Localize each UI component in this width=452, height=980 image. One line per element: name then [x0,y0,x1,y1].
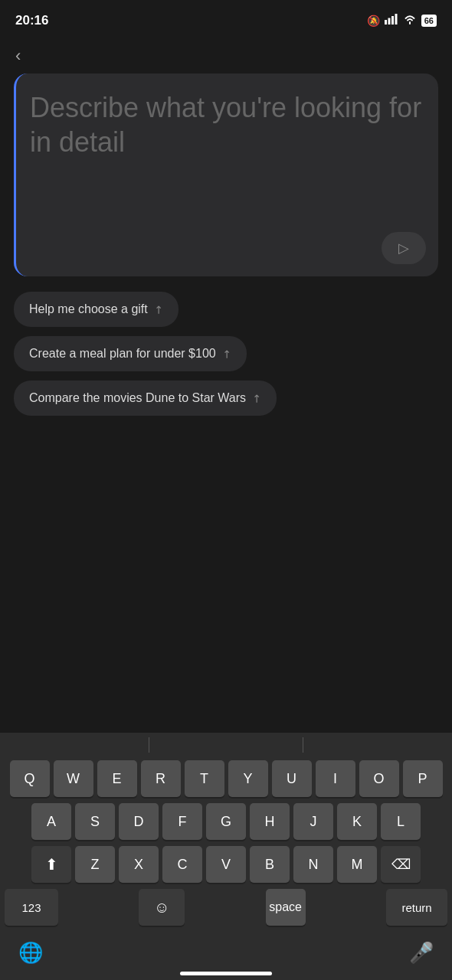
key-W[interactable]: W [54,760,93,797]
key-K[interactable]: K [337,803,377,840]
notification-icon: 🔕 [367,15,380,27]
key-Y[interactable]: Y [228,760,268,797]
send-arrow-icon: ▷ [398,240,409,256]
key-O[interactable]: O [359,760,399,797]
key-return[interactable]: return [386,889,447,926]
input-card[interactable]: Describe what you're looking for in deta… [14,74,438,276]
key-123[interactable]: 123 [5,889,58,926]
send-button[interactable]: ▷ [382,232,426,264]
key-V[interactable]: V [206,846,246,883]
key-U[interactable]: U [272,760,312,797]
status-time: 20:16 [15,13,48,28]
key-H[interactable]: H [250,803,290,840]
signal-icon [385,14,398,28]
key-A[interactable]: A [31,803,71,840]
status-bar: 20:16 🔕 66 [0,0,452,38]
key-F[interactable]: F [162,803,202,840]
svg-rect-0 [385,20,387,24]
key-L[interactable]: L [381,803,421,840]
key-space[interactable]: space [266,889,306,926]
key-Z[interactable]: Z [75,846,115,883]
keyboard-row-3: ⬆ Z X C V B N M ⌫ [3,846,449,883]
wifi-icon [403,14,417,28]
globe-icon[interactable]: 🌐 [18,941,43,965]
status-icons: 🔕 66 [367,14,437,28]
suggestion-chip-0[interactable]: Help me choose a gift ↗ [14,292,179,327]
key-C[interactable]: C [162,846,202,883]
chip-label-1: Create a meal plan for under $100 [29,347,216,361]
key-B[interactable]: B [250,846,290,883]
key-G[interactable]: G [206,803,246,840]
key-emoji[interactable]: ☺ [139,889,185,926]
back-chevron-icon[interactable]: ‹ [15,46,21,65]
keyboard-keys: Q W E R T Y U I O P A S D F G H J K L ⬆ … [0,756,452,933]
key-I[interactable]: I [316,760,355,797]
chip-arrow-icon-1: ↗ [219,346,234,361]
input-placeholder: Describe what you're looking for in deta… [30,92,421,158]
keyboard: Q W E R T Y U I O P A S D F G H J K L ⬆ … [0,733,452,980]
key-S[interactable]: S [75,803,115,840]
chip-arrow-icon-2: ↗ [249,390,264,406]
suggestion-chip-1[interactable]: Create a meal plan for under $100 ↗ [14,336,247,371]
key-P[interactable]: P [403,760,443,797]
chip-label-2: Compare the movies Dune to Star Wars [29,391,246,405]
keyboard-row-1: Q W E R T Y U I O P [3,760,449,797]
chip-label-0: Help me choose a gift [29,302,148,316]
key-R[interactable]: R [141,760,181,797]
keyboard-row-4: 123 ☺ space return [3,889,449,926]
main-content: Describe what you're looking for in deta… [0,74,452,416]
key-delete[interactable]: ⌫ [381,846,421,883]
home-indicator [180,972,272,975]
key-E[interactable]: E [97,760,137,797]
key-J[interactable]: J [293,803,333,840]
battery-icon: 66 [421,15,437,27]
svg-rect-2 [391,16,394,24]
keyboard-row-2: A S D F G H J K L [3,803,449,840]
svg-rect-3 [395,14,397,24]
suggestions-list: Help me choose a gift ↗ Create a meal pl… [14,292,438,416]
key-N[interactable]: N [293,846,333,883]
key-T[interactable]: T [185,760,224,797]
suggestion-chip-2[interactable]: Compare the movies Dune to Star Wars ↗ [14,381,277,416]
key-shift[interactable]: ⬆ [31,846,71,883]
keyboard-top-bar [0,733,452,756]
back-button[interactable]: ‹ [0,38,452,74]
svg-rect-1 [388,18,390,25]
key-Q[interactable]: Q [10,760,50,797]
mic-icon[interactable]: 🎤 [409,941,434,965]
chip-arrow-icon-0: ↗ [151,302,166,317]
key-M[interactable]: M [337,846,377,883]
key-X[interactable]: X [119,846,159,883]
key-D[interactable]: D [119,803,159,840]
